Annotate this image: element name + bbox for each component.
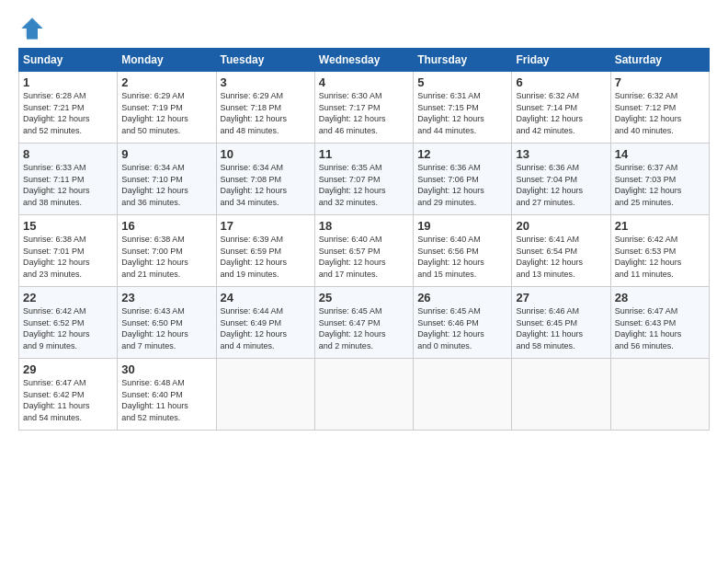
day-number: 12 — [417, 147, 507, 161]
day-info: Sunrise: 6:40 AMSunset: 6:57 PMDaylight:… — [319, 235, 386, 279]
weekday-header-cell: Friday — [512, 49, 610, 72]
day-number: 21 — [615, 219, 705, 233]
day-number: 29 — [23, 362, 113, 376]
calendar-cell — [414, 359, 512, 431]
calendar-cell: 26Sunrise: 6:45 AMSunset: 6:46 PMDayligh… — [414, 287, 512, 359]
weekday-header-cell: Thursday — [414, 49, 512, 72]
calendar-cell: 5Sunrise: 6:31 AMSunset: 7:15 PMDaylight… — [414, 72, 512, 144]
calendar-week-row: 29Sunrise: 6:47 AMSunset: 6:42 PMDayligh… — [19, 359, 710, 431]
calendar-cell — [512, 359, 610, 431]
calendar-cell: 12Sunrise: 6:36 AMSunset: 7:06 PMDayligh… — [414, 144, 512, 215]
calendar-cell: 20Sunrise: 6:41 AMSunset: 6:54 PMDayligh… — [512, 215, 610, 287]
calendar-week-row: 15Sunrise: 6:38 AMSunset: 7:01 PMDayligh… — [19, 215, 710, 287]
day-info: Sunrise: 6:30 AMSunset: 7:17 PMDaylight:… — [319, 91, 386, 135]
calendar-week-row: 8Sunrise: 6:33 AMSunset: 7:11 PMDaylight… — [19, 144, 710, 215]
weekday-header-cell: Monday — [118, 49, 216, 72]
calendar-cell: 14Sunrise: 6:37 AMSunset: 7:03 PMDayligh… — [610, 144, 709, 215]
calendar-cell: 15Sunrise: 6:38 AMSunset: 7:01 PMDayligh… — [19, 215, 118, 287]
weekday-header-cell: Saturday — [610, 49, 709, 72]
calendar-table: SundayMondayTuesdayWednesdayThursdayFrid… — [18, 48, 710, 431]
day-number: 17 — [221, 219, 311, 233]
calendar-cell: 28Sunrise: 6:47 AMSunset: 6:43 PMDayligh… — [610, 287, 709, 359]
day-info: Sunrise: 6:41 AMSunset: 6:54 PMDaylight:… — [516, 235, 583, 279]
calendar-cell: 17Sunrise: 6:39 AMSunset: 6:59 PMDayligh… — [216, 215, 314, 287]
day-number: 24 — [221, 291, 311, 304]
day-info: Sunrise: 6:42 AMSunset: 6:53 PMDaylight:… — [615, 235, 682, 279]
day-number: 15 — [23, 219, 113, 233]
day-info: Sunrise: 6:47 AMSunset: 6:42 PMDaylight:… — [23, 378, 90, 422]
calendar-cell: 25Sunrise: 6:45 AMSunset: 6:47 PMDayligh… — [314, 287, 413, 359]
calendar-cell: 9Sunrise: 6:34 AMSunset: 7:10 PMDaylight… — [118, 144, 216, 215]
day-number: 16 — [121, 219, 211, 233]
day-info: Sunrise: 6:28 AMSunset: 7:21 PMDaylight:… — [23, 91, 90, 135]
day-info: Sunrise: 6:32 AMSunset: 7:12 PMDaylight:… — [615, 91, 682, 135]
day-number: 6 — [516, 75, 606, 89]
day-info: Sunrise: 6:29 AMSunset: 7:18 PMDaylight:… — [221, 91, 288, 135]
weekday-header-cell: Tuesday — [216, 49, 314, 72]
weekday-header-cell: Sunday — [19, 49, 118, 72]
day-number: 22 — [23, 291, 113, 304]
day-info: Sunrise: 6:48 AMSunset: 6:40 PMDaylight:… — [121, 378, 188, 422]
weekday-header-row: SundayMondayTuesdayWednesdayThursdayFrid… — [19, 49, 710, 72]
logo — [18, 15, 50, 42]
calendar-cell: 8Sunrise: 6:33 AMSunset: 7:11 PMDaylight… — [19, 144, 118, 215]
logo-icon — [18, 15, 46, 42]
calendar-cell: 22Sunrise: 6:42 AMSunset: 6:52 PMDayligh… — [19, 287, 118, 359]
day-number: 18 — [319, 219, 409, 233]
day-info: Sunrise: 6:36 AMSunset: 7:06 PMDaylight:… — [417, 163, 484, 207]
day-info: Sunrise: 6:40 AMSunset: 6:56 PMDaylight:… — [417, 235, 484, 279]
day-info: Sunrise: 6:45 AMSunset: 6:47 PMDaylight:… — [319, 306, 386, 350]
day-number: 5 — [417, 75, 507, 89]
day-number: 8 — [23, 147, 113, 161]
day-info: Sunrise: 6:39 AMSunset: 6:59 PMDaylight:… — [221, 235, 288, 279]
calendar-week-row: 22Sunrise: 6:42 AMSunset: 6:52 PMDayligh… — [19, 287, 710, 359]
calendar-cell: 21Sunrise: 6:42 AMSunset: 6:53 PMDayligh… — [610, 215, 709, 287]
calendar-cell: 7Sunrise: 6:32 AMSunset: 7:12 PMDaylight… — [610, 72, 709, 144]
calendar-cell: 6Sunrise: 6:32 AMSunset: 7:14 PMDaylight… — [512, 72, 610, 144]
day-number: 2 — [121, 75, 211, 89]
day-info: Sunrise: 6:38 AMSunset: 7:01 PMDaylight:… — [23, 235, 90, 279]
day-info: Sunrise: 6:33 AMSunset: 7:11 PMDaylight:… — [23, 163, 90, 207]
calendar-cell — [610, 359, 709, 431]
day-info: Sunrise: 6:31 AMSunset: 7:15 PMDaylight:… — [417, 91, 484, 135]
day-info: Sunrise: 6:43 AMSunset: 6:50 PMDaylight:… — [121, 306, 188, 350]
calendar-week-row: 1Sunrise: 6:28 AMSunset: 7:21 PMDaylight… — [19, 72, 710, 144]
calendar-cell: 27Sunrise: 6:46 AMSunset: 6:45 PMDayligh… — [512, 287, 610, 359]
calendar-cell: 11Sunrise: 6:35 AMSunset: 7:07 PMDayligh… — [314, 144, 413, 215]
day-number: 25 — [319, 291, 409, 304]
day-number: 1 — [23, 75, 113, 89]
calendar-cell: 23Sunrise: 6:43 AMSunset: 6:50 PMDayligh… — [118, 287, 216, 359]
calendar-cell — [314, 359, 413, 431]
day-number: 3 — [221, 75, 311, 89]
calendar-cell: 18Sunrise: 6:40 AMSunset: 6:57 PMDayligh… — [314, 215, 413, 287]
day-number: 11 — [319, 147, 409, 161]
day-info: Sunrise: 6:42 AMSunset: 6:52 PMDaylight:… — [23, 306, 90, 350]
calendar-cell: 13Sunrise: 6:36 AMSunset: 7:04 PMDayligh… — [512, 144, 610, 215]
weekday-header-cell: Wednesday — [314, 49, 413, 72]
day-number: 19 — [417, 219, 507, 233]
day-number: 23 — [121, 291, 211, 304]
calendar-cell: 1Sunrise: 6:28 AMSunset: 7:21 PMDaylight… — [19, 72, 118, 144]
calendar-cell: 30Sunrise: 6:48 AMSunset: 6:40 PMDayligh… — [118, 359, 216, 431]
day-number: 9 — [121, 147, 211, 161]
day-number: 14 — [615, 147, 705, 161]
calendar-cell: 29Sunrise: 6:47 AMSunset: 6:42 PMDayligh… — [19, 359, 118, 431]
calendar-cell — [216, 359, 314, 431]
day-number: 28 — [615, 291, 705, 304]
day-info: Sunrise: 6:35 AMSunset: 7:07 PMDaylight:… — [319, 163, 386, 207]
day-info: Sunrise: 6:46 AMSunset: 6:45 PMDaylight:… — [516, 306, 583, 350]
header-row — [18, 15, 710, 42]
calendar-cell: 24Sunrise: 6:44 AMSunset: 6:49 PMDayligh… — [216, 287, 314, 359]
calendar-cell: 3Sunrise: 6:29 AMSunset: 7:18 PMDaylight… — [216, 72, 314, 144]
day-info: Sunrise: 6:34 AMSunset: 7:08 PMDaylight:… — [221, 163, 288, 207]
day-number: 30 — [121, 362, 211, 376]
day-number: 20 — [516, 219, 606, 233]
day-info: Sunrise: 6:44 AMSunset: 6:49 PMDaylight:… — [221, 306, 288, 350]
day-info: Sunrise: 6:47 AMSunset: 6:43 PMDaylight:… — [615, 306, 682, 350]
day-number: 26 — [417, 291, 507, 304]
calendar-cell: 4Sunrise: 6:30 AMSunset: 7:17 PMDaylight… — [314, 72, 413, 144]
day-info: Sunrise: 6:38 AMSunset: 7:00 PMDaylight:… — [121, 235, 188, 279]
day-info: Sunrise: 6:37 AMSunset: 7:03 PMDaylight:… — [615, 163, 682, 207]
day-info: Sunrise: 6:34 AMSunset: 7:10 PMDaylight:… — [121, 163, 188, 207]
calendar-body: 1Sunrise: 6:28 AMSunset: 7:21 PMDaylight… — [19, 72, 710, 431]
